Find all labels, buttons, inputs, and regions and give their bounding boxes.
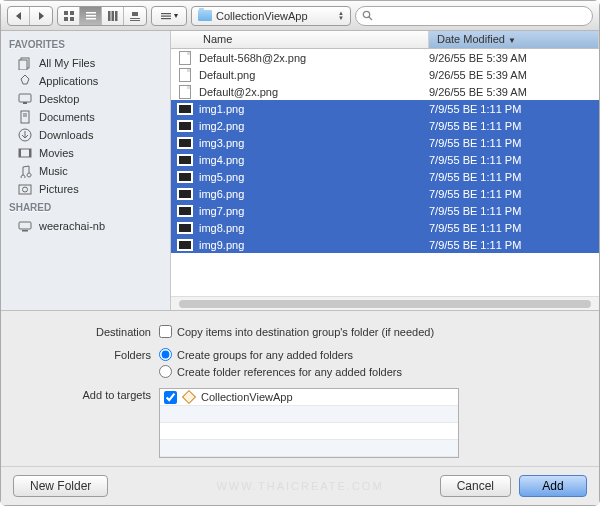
music-icon — [17, 164, 33, 178]
action-menu[interactable]: ▾ — [151, 6, 187, 26]
create-refs-radio[interactable]: Create folder references for any added f… — [159, 365, 569, 378]
target-row[interactable]: CollectionViewApp — [160, 389, 458, 406]
file-row[interactable]: img1.png7/9/55 BE 1:11 PM — [171, 100, 599, 117]
sidebar-item-label: All My Files — [39, 57, 95, 69]
file-row[interactable]: Default-568h@2x.png9/26/55 BE 5:39 AM — [171, 49, 599, 66]
sidebar-item-label: Music — [39, 165, 68, 177]
svg-line-17 — [369, 17, 372, 20]
file-rows[interactable]: Default-568h@2x.png9/26/55 BE 5:39 AMDef… — [171, 49, 599, 296]
file-date: 7/9/55 BE 1:11 PM — [429, 103, 599, 115]
icon-view-button[interactable] — [58, 7, 80, 25]
sidebar-item[interactable]: Desktop — [1, 90, 170, 108]
sidebar: FAVORITES All My FilesApplicationsDeskto… — [1, 31, 171, 310]
movies-icon — [17, 146, 33, 160]
column-name[interactable]: Name — [171, 31, 429, 48]
file-row[interactable]: img2.png7/9/55 BE 1:11 PM — [171, 117, 599, 134]
list-view-button[interactable] — [80, 7, 102, 25]
file-row[interactable]: img4.png7/9/55 BE 1:11 PM — [171, 151, 599, 168]
chevron-updown-icon: ▲▼ — [338, 11, 344, 21]
svg-rect-31 — [19, 222, 31, 229]
add-button[interactable]: Add — [519, 475, 587, 497]
sidebar-item[interactable]: Pictures — [1, 180, 170, 198]
horizontal-scrollbar[interactable] — [171, 296, 599, 310]
sidebar-item[interactable]: Music — [1, 162, 170, 180]
svg-point-16 — [363, 11, 369, 17]
image-file-icon — [178, 104, 192, 114]
file-date: 7/9/55 BE 1:11 PM — [429, 188, 599, 200]
image-file-icon — [178, 155, 192, 165]
target-checkbox[interactable] — [164, 391, 177, 404]
svg-rect-32 — [22, 230, 28, 232]
cancel-button[interactable]: Cancel — [440, 475, 511, 497]
sidebar-item[interactable]: Downloads — [1, 126, 170, 144]
svg-rect-21 — [23, 102, 27, 104]
search-field[interactable] — [355, 6, 593, 26]
file-name: Default.png — [199, 69, 429, 81]
image-file-icon — [178, 172, 192, 182]
svg-rect-28 — [29, 149, 31, 157]
file-row[interactable]: img6.png7/9/55 BE 1:11 PM — [171, 185, 599, 202]
create-groups-radio[interactable]: Create groups for any added folders — [159, 348, 569, 361]
sidebar-item[interactable]: Applications — [1, 72, 170, 90]
path-popup[interactable]: CollectionViewApp ▲▼ — [191, 6, 351, 26]
file-name: img9.png — [199, 239, 429, 251]
column-view-button[interactable] — [102, 7, 124, 25]
nav-buttons — [7, 6, 53, 26]
file-row[interactable]: img7.png7/9/55 BE 1:11 PM — [171, 202, 599, 219]
applications-icon — [17, 74, 33, 88]
file-date: 9/26/55 BE 5:39 AM — [429, 69, 599, 81]
forward-button[interactable] — [30, 7, 52, 25]
file-row[interactable]: img3.png7/9/55 BE 1:11 PM — [171, 134, 599, 151]
targets-list[interactable]: CollectionViewApp — [159, 388, 459, 458]
downloads-icon — [17, 128, 33, 142]
sidebar-item-label: Applications — [39, 75, 98, 87]
file-name: Default-568h@2x.png — [199, 52, 429, 64]
column-headers: Name Date Modified ▼ — [171, 31, 599, 49]
file-icon — [179, 68, 191, 82]
svg-rect-20 — [19, 94, 31, 102]
new-folder-button[interactable]: New Folder — [13, 475, 108, 497]
column-date[interactable]: Date Modified ▼ — [429, 31, 599, 48]
view-buttons — [57, 6, 147, 26]
file-row[interactable]: img8.png7/9/55 BE 1:11 PM — [171, 219, 599, 236]
sidebar-item-label: Movies — [39, 147, 74, 159]
folders-label: Folders — [31, 348, 151, 378]
main-area: FAVORITES All My FilesApplicationsDeskto… — [1, 31, 599, 310]
sidebar-item[interactable]: Documents — [1, 108, 170, 126]
sidebar-item[interactable]: Movies — [1, 144, 170, 162]
file-date: 9/26/55 BE 5:39 AM — [429, 86, 599, 98]
file-icon — [179, 85, 191, 99]
file-list-pane: Name Date Modified ▼ Default-568h@2x.png… — [171, 31, 599, 310]
image-file-icon — [178, 240, 192, 250]
file-name: img7.png — [199, 205, 429, 217]
image-file-icon — [178, 206, 192, 216]
sidebar-item[interactable]: weerachai-nb — [1, 217, 170, 235]
file-date: 7/9/55 BE 1:11 PM — [429, 154, 599, 166]
file-row[interactable]: Default@2x.png9/26/55 BE 5:39 AM — [171, 83, 599, 100]
file-name: img3.png — [199, 137, 429, 149]
coverflow-view-button[interactable] — [124, 7, 146, 25]
copy-items-checkbox[interactable]: Copy items into destination group's fold… — [159, 325, 569, 338]
svg-rect-13 — [161, 13, 171, 14]
image-file-icon — [178, 121, 192, 131]
sidebar-item-label: Pictures — [39, 183, 79, 195]
file-date: 7/9/55 BE 1:11 PM — [429, 222, 599, 234]
file-row[interactable]: img9.png7/9/55 BE 1:11 PM — [171, 236, 599, 253]
footer: New Folder Cancel Add — [1, 466, 599, 505]
file-row[interactable]: img5.png7/9/55 BE 1:11 PM — [171, 168, 599, 185]
file-date: 9/26/55 BE 5:39 AM — [429, 52, 599, 64]
sidebar-item[interactable]: All My Files — [1, 54, 170, 72]
sidebar-item-label: Downloads — [39, 129, 93, 141]
file-date: 7/9/55 BE 1:11 PM — [429, 171, 599, 183]
toolbar: ▾ CollectionViewApp ▲▼ — [1, 1, 599, 31]
file-name: img4.png — [199, 154, 429, 166]
file-date: 7/9/55 BE 1:11 PM — [429, 239, 599, 251]
back-button[interactable] — [8, 7, 30, 25]
svg-rect-22 — [21, 111, 29, 123]
svg-rect-6 — [86, 18, 96, 20]
svg-rect-2 — [64, 17, 68, 21]
file-row[interactable]: Default.png9/26/55 BE 5:39 AM — [171, 66, 599, 83]
pictures-icon — [17, 182, 33, 196]
svg-rect-4 — [86, 12, 96, 14]
svg-rect-12 — [130, 20, 140, 21]
